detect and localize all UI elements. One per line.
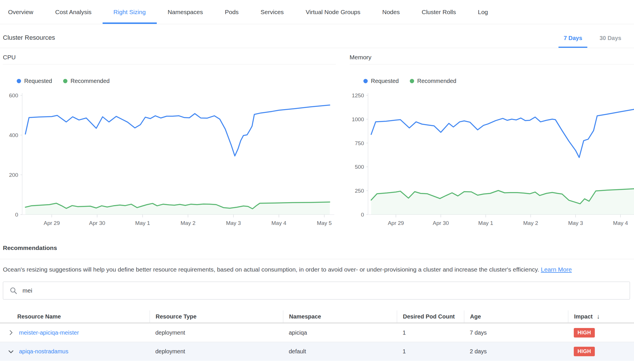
svg-text:Apr 30: Apr 30 — [89, 220, 105, 226]
resource-name-link[interactable]: apiqa-nostradamus — [19, 348, 68, 355]
svg-text:May 1: May 1 — [135, 220, 150, 226]
svg-text:600: 600 — [9, 92, 18, 98]
svg-text:May 5: May 5 — [317, 220, 332, 226]
main-tab-bar: Overview Cost Analysis Right Sizing Name… — [0, 0, 634, 24]
search-input[interactable]: mei — [3, 282, 630, 299]
memory-chart-title: Memory — [350, 54, 634, 65]
impact-badge: HIGH — [574, 347, 595, 356]
table-row[interactable]: apiqa-nostradamus deployment default 1 2… — [0, 342, 634, 361]
svg-text:250: 250 — [355, 188, 364, 194]
sort-desc-icon[interactable]: ↓ — [597, 313, 600, 320]
cluster-resources-title: Cluster Resources — [3, 34, 55, 41]
cpu-chart-title: CPU — [3, 54, 336, 65]
svg-text:1000: 1000 — [352, 116, 364, 122]
tab-log[interactable]: Log — [467, 0, 499, 24]
svg-text:May 2: May 2 — [181, 220, 196, 226]
period-toggle: 7 Days 30 Days — [555, 35, 630, 41]
column-header-desired-pod-count[interactable]: Desired Pod Count — [397, 310, 464, 323]
recommendations-header: Recommendations — [0, 244, 634, 259]
chevron-down-icon[interactable] — [7, 348, 14, 355]
tab-namespaces[interactable]: Namespaces — [157, 0, 214, 24]
table-header-row: Resource Name Resource Type Namespace De… — [0, 310, 634, 323]
legend-item-recommended: Recommended — [410, 78, 456, 84]
recommendations-table: Resource Name Resource Type Namespace De… — [0, 310, 634, 361]
svg-text:May 3: May 3 — [568, 220, 583, 226]
resource-type-cell: deployment — [150, 329, 283, 336]
learn-more-link[interactable]: Learn More — [541, 266, 572, 273]
svg-text:May 4: May 4 — [613, 220, 628, 226]
requested-dot-icon — [363, 79, 368, 83]
impact-header-label: Impact — [574, 313, 593, 320]
desired-pod-count-cell: 1 — [397, 348, 464, 355]
desired-pod-count-cell: 1 — [397, 329, 464, 336]
recommendations-description-text: Ocean's resizing suggestions will help y… — [3, 266, 539, 273]
tab-pods[interactable]: Pods — [214, 0, 250, 24]
legend-item-requested: Requested — [17, 78, 52, 84]
recommendations-title: Recommendations — [3, 244, 630, 251]
charts-row: CPU Requested Recommended 0200400600Apr … — [0, 54, 634, 228]
svg-text:750: 750 — [355, 140, 364, 146]
namespace-cell: default — [283, 348, 397, 355]
svg-text:0: 0 — [15, 212, 18, 218]
cpu-chart-legend: Requested Recommended — [17, 78, 336, 84]
recommended-dot-icon — [410, 79, 414, 83]
chevron-right-icon[interactable] — [7, 329, 14, 336]
column-header-namespace[interactable]: Namespace — [283, 310, 397, 323]
period-tab-30-days[interactable]: 30 Days — [591, 35, 630, 41]
svg-text:400: 400 — [9, 132, 18, 138]
column-header-resource-type[interactable]: Resource Type — [150, 310, 283, 323]
age-cell: 2 days — [464, 348, 568, 355]
svg-text:0: 0 — [361, 212, 364, 218]
impact-badge: HIGH — [574, 328, 595, 338]
tab-nodes[interactable]: Nodes — [371, 0, 411, 24]
svg-text:200: 200 — [9, 172, 18, 178]
svg-text:Apr 29: Apr 29 — [44, 220, 60, 226]
recommendations-description: Ocean's resizing suggestions will help y… — [0, 266, 634, 273]
column-header-impact[interactable]: Impact ↓ — [568, 310, 634, 323]
tab-virtual-node-groups[interactable]: Virtual Node Groups — [295, 0, 371, 24]
tab-overview[interactable]: Overview — [0, 0, 44, 24]
legend-item-requested: Requested — [363, 78, 399, 84]
cpu-line-chart: 0200400600Apr 29Apr 30May 1May 2May 3May… — [3, 90, 336, 228]
tab-right-sizing[interactable]: Right Sizing — [103, 0, 157, 24]
requested-dot-icon — [17, 79, 21, 83]
tab-services[interactable]: Services — [250, 0, 295, 24]
legend-requested-label: Requested — [371, 78, 399, 84]
recommended-dot-icon — [63, 79, 67, 83]
legend-recommended-label: Recommended — [71, 78, 110, 84]
legend-requested-label: Requested — [24, 78, 52, 84]
cpu-chart-panel: CPU Requested Recommended 0200400600Apr … — [3, 54, 336, 228]
table-row[interactable]: meister-apiciqa-meister deployment apici… — [0, 323, 634, 342]
period-tab-7-days[interactable]: 7 Days — [555, 35, 591, 41]
namespace-cell: apiciqa — [283, 329, 397, 336]
svg-text:1250: 1250 — [352, 92, 364, 98]
svg-text:500: 500 — [355, 164, 364, 170]
svg-text:May 1: May 1 — [478, 220, 493, 226]
legend-recommended-label: Recommended — [417, 78, 456, 84]
svg-text:Apr 30: Apr 30 — [433, 220, 449, 226]
cluster-resources-header: Cluster Resources 7 Days 30 Days — [0, 24, 634, 48]
resource-name-link[interactable]: meister-apiciqa-meister — [19, 329, 79, 336]
memory-line-chart: 025050075010001250Apr 29Apr 30May 1May 2… — [350, 90, 634, 228]
search-input-value[interactable]: mei — [22, 287, 32, 294]
column-header-age[interactable]: Age — [464, 310, 568, 323]
age-cell: 7 days — [464, 329, 568, 336]
column-header-resource-name[interactable]: Resource Name — [0, 310, 150, 323]
svg-text:May 3: May 3 — [226, 220, 241, 226]
svg-text:Apr 29: Apr 29 — [388, 220, 404, 226]
svg-text:May 2: May 2 — [523, 220, 538, 226]
search-icon — [10, 287, 17, 295]
svg-text:May 4: May 4 — [271, 220, 286, 226]
tab-cost-analysis[interactable]: Cost Analysis — [44, 0, 103, 24]
resource-type-cell: deployment — [150, 348, 283, 355]
legend-item-recommended: Recommended — [63, 78, 110, 84]
tab-cluster-rolls[interactable]: Cluster Rolls — [411, 0, 467, 24]
memory-chart-panel: Memory Requested Recommended 02505007501… — [350, 54, 634, 228]
memory-chart-legend: Requested Recommended — [363, 78, 634, 84]
